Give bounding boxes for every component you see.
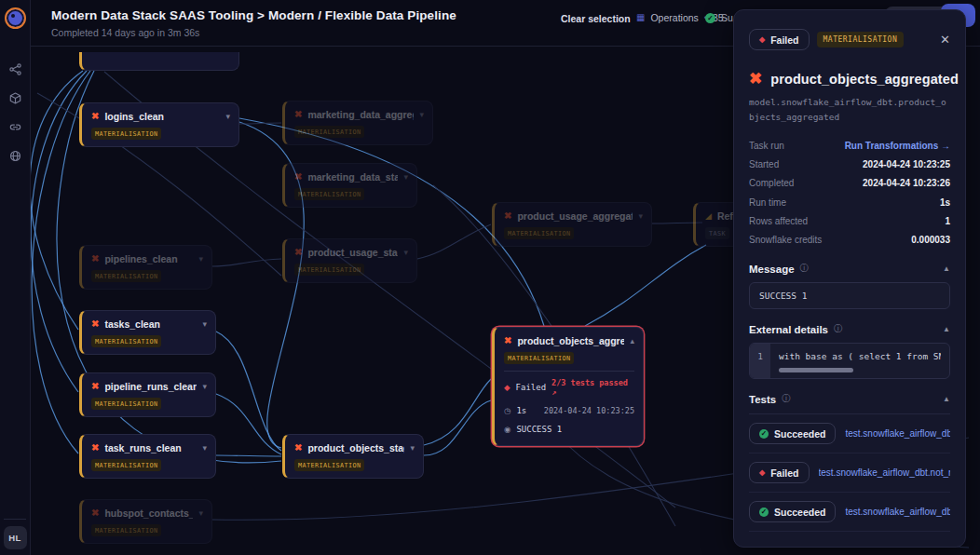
task-run-link[interactable]: Run Transformations → (845, 141, 950, 151)
sql-code-block: 1 with base as ( select 1 from SNOWFLAKE (749, 343, 950, 379)
detail-row: Completed2024-04-24 10:23:26 (749, 174, 950, 193)
collapse-caret-icon[interactable]: ▲ (943, 264, 950, 273)
node-label: marketing_data_aggregated (307, 109, 414, 120)
chevron-down-icon[interactable]: ▾ (638, 211, 643, 221)
node-badges: MATERIALISATION (294, 188, 408, 200)
detail-value: 1s (940, 197, 950, 208)
node-type-badge: MATERIALISATION (91, 270, 161, 282)
chevron-down-icon[interactable]: ▾ (198, 508, 203, 518)
graph-node-product_objects_aggregated[interactable]: ✖product_objects_aggregated▴MATERIALISAT… (492, 327, 644, 446)
node-label: product_usage_aggregated (517, 210, 633, 222)
info-icon: ⓘ (834, 323, 843, 335)
graph-node-marketing_data_aggregated[interactable]: ✖marketing_data_aggregated▾MATERIALISATI… (282, 101, 433, 145)
chevron-down-icon[interactable]: ▾ (403, 172, 408, 182)
node-type-badge: MATERIALISATION (504, 227, 574, 239)
detail-label: Completed (749, 178, 794, 188)
detail-row: Started2024-04-24 10:23:25 (749, 156, 950, 174)
message-section-header: Message ⓘ ▲ (749, 263, 950, 275)
integrations-package-icon[interactable] (8, 91, 21, 104)
status-badge-label: Failed (770, 34, 798, 46)
sql-code: with base as ( select 1 from SNOWFLAKE (779, 351, 941, 361)
clear-selection-button[interactable]: Clear selection (561, 13, 631, 24)
node-detail-row: ◉SUCCESS 1 (504, 420, 634, 439)
chevron-down-icon[interactable]: ▾ (202, 319, 207, 329)
node-badges: MATERIALISATION (91, 335, 207, 347)
status-dot-icon: ◉ (504, 426, 510, 434)
panel-title: product_objects_aggregated (770, 72, 959, 87)
code-body: with base as ( select 1 from SNOWFLAKE (770, 344, 949, 378)
chevron-down-icon[interactable]: ▾ (410, 443, 415, 453)
detail-label: Task run (749, 141, 784, 151)
node-detail-text: SUCCESS 1 (516, 425, 562, 434)
close-icon[interactable]: ✕ (940, 34, 950, 46)
node-label: product_objects_aggregated (517, 335, 624, 346)
run-status-subtitle: Completed 14 days ago in 3m 36s (51, 27, 199, 38)
node-label: task_runs_clean (104, 442, 181, 453)
test-row: ✓Succeededtest.snowflake_airflow_dbt.not… (749, 493, 950, 532)
graph-node-hubspot_contacts_clean[interactable]: ✖hubspot_contacts_clean▾MATERIALISATION (79, 499, 212, 544)
graph-node-pipelines_clean[interactable]: ✖pipelines_clean▾MATERIALISATION (79, 245, 212, 290)
collapse-caret-icon[interactable]: ▲ (943, 395, 950, 403)
chevron-down-icon[interactable]: ▾ (198, 254, 203, 264)
detail-label: Rows affected (749, 216, 808, 226)
node-detail-value[interactable]: 2/3 tests passed ↗ (551, 378, 634, 397)
chevron-down-icon[interactable]: ▾ (225, 112, 230, 121)
node-label: pipelines_clean (104, 253, 177, 264)
node-label: logins_clean (104, 111, 164, 122)
test-status-badge: ✓Succeeded (749, 501, 836, 522)
node-badges: MATERIALISATION (504, 227, 643, 239)
test-row: ✓Succeededtest.snowflake_airflow_dbt.uni… (749, 414, 950, 453)
node-detail-text: 1s (516, 406, 526, 415)
test-link[interactable]: test.snowflake_airflow_dbt.not_null_pr (819, 467, 951, 478)
graph-node-product_objects_staging[interactable]: ✖product_objects_staging▾MATERIALISATION (282, 434, 424, 479)
failed-diamond-icon: ◆ (504, 384, 510, 392)
breadcrumb: Modern Data Stack SAAS Tooling > Modern … (51, 8, 456, 22)
dbt-icon: ✖ (91, 382, 99, 391)
node-label: hubspot_contacts_clean (104, 508, 193, 519)
dbt-icon: ✖ (91, 112, 99, 121)
pipelines-graph-icon[interactable] (8, 62, 21, 75)
graph-node-task_runs_clean[interactable]: ✖task_runs_clean▾MATERIALISATION (79, 434, 216, 479)
test-status-badge: ✓Succeeded (749, 423, 836, 444)
tests-heading: Tests (749, 394, 776, 405)
clock-icon: ◷ (504, 407, 510, 415)
graph-node-top-partial[interactable] (79, 52, 239, 71)
node-badges: MATERIALISATION (91, 398, 207, 410)
dbt-icon: ✖ (504, 336, 511, 345)
sidebar-footer: HL (0, 519, 30, 555)
chevron-down-icon[interactable]: ▾ (419, 110, 424, 119)
failed-diamond-icon: ◆ (759, 36, 765, 44)
test-link[interactable]: test.snowflake_airflow_dbt.unique_pro (845, 428, 950, 439)
graph-node-product_usage_staging[interactable]: ✖product_usage_staging▾MATERIALISATION (282, 238, 417, 283)
web-globe-icon[interactable] (8, 149, 21, 162)
chevron-down-icon[interactable]: ▾ (403, 248, 408, 257)
connections-link-icon[interactable] (8, 120, 21, 133)
user-avatar[interactable]: HL (4, 526, 27, 549)
dbt-icon: ✖ (91, 319, 99, 329)
chevron-down-icon[interactable]: ▾ (202, 443, 207, 453)
node-type-badge: MATERIALISATION (91, 128, 161, 140)
chevron-down-icon[interactable]: ▾ (202, 382, 207, 391)
node-type-badge: MATERIALISATION (294, 126, 364, 138)
detail-value: 2024-04-24 10:23:26 (863, 178, 950, 188)
graph-node-marketing_data_staging[interactable]: ✖marketing_data_staging▾MATERIALISATION (282, 163, 417, 208)
collapse-caret-icon[interactable]: ▲ (943, 325, 950, 333)
node-badges: MATERIALISATION (91, 459, 207, 471)
detail-row: Run time1s (749, 193, 950, 211)
graph-node-tasks_clean[interactable]: ✖tasks_clean▾MATERIALISATION (79, 310, 216, 355)
succeeded-counter: ✓ Su (705, 12, 733, 23)
tests-section-header: Tests ⓘ ▲ (749, 393, 950, 414)
graph-node-pipeline_runs_clean[interactable]: ✖pipeline_runs_clean▾MATERIALISATION (79, 372, 216, 417)
node-badges: MATERIALISATION (294, 126, 424, 138)
horizontal-scrollbar[interactable] (779, 368, 853, 372)
sidebar: HL (0, 0, 31, 555)
materialisation-badge: MATERIALISATION (817, 32, 905, 47)
graph-node-product_usage_aggregated[interactable]: ✖product_usage_aggregated▾MATERIALISATIO… (492, 202, 652, 247)
node-badges: MATERIALISATION (91, 524, 203, 536)
test-link[interactable]: test.snowflake_airflow_dbt.not_null_pr (845, 507, 950, 517)
node-type-badge: MATERIALISATION (294, 459, 364, 471)
orchestra-logo-icon[interactable] (5, 7, 26, 29)
node-detail-row: ◷1s2024-04-24 10:23:25 (504, 401, 634, 420)
graph-node-logins_clean[interactable]: ✖logins_clean▾MATERIALISATION (79, 102, 239, 147)
chevron-up-icon[interactable]: ▴ (630, 336, 634, 345)
